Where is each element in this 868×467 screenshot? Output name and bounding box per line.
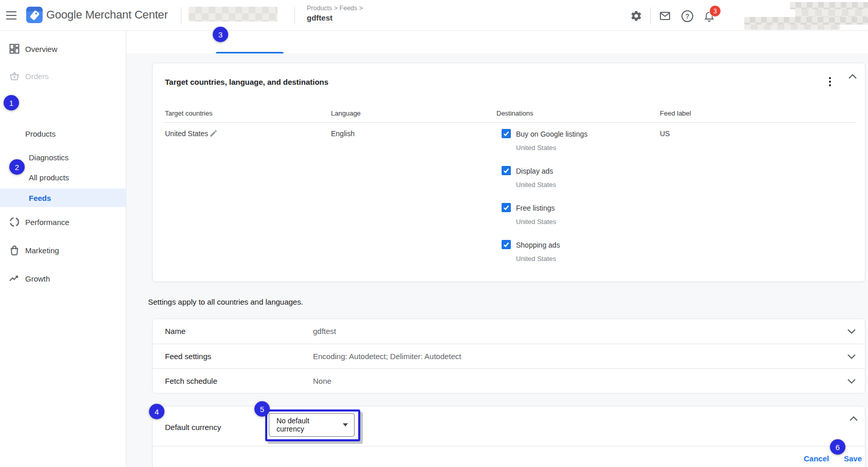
annotation-step-2: 2	[9, 159, 25, 175]
annotation-highlight-box: No default currency	[265, 409, 360, 441]
row-value: Encoding: Autodetect; Delimiter: Autodet…	[313, 352, 461, 361]
sidebar-item-label: Diagnostics	[29, 153, 69, 162]
sidebar-item-growth[interactable]: Growth	[0, 269, 122, 288]
help-glyph: ?	[681, 10, 693, 22]
header: Google Merchant Center Products > Feeds …	[0, 0, 868, 30]
chevron-down-icon[interactable]	[846, 328, 857, 334]
more-options-kebab-icon[interactable]	[825, 76, 835, 88]
destination-country: United States	[516, 218, 556, 226]
destination-country: United States	[516, 255, 556, 263]
notification-count-badge: 3	[709, 5, 721, 17]
header-divider-3	[650, 7, 651, 24]
help-icon[interactable]: ?	[681, 10, 693, 22]
column-header-language: Language	[331, 109, 361, 117]
language-value: English	[331, 129, 355, 138]
dropdown-caret-icon	[343, 423, 348, 426]
settings-gear-icon[interactable]	[630, 10, 642, 22]
accordion-row-feed-settings[interactable]: Feed settings Encoding: Autodetect; Deli…	[153, 344, 865, 369]
products-icon	[8, 127, 21, 140]
dashboard-icon	[8, 43, 21, 55]
card-action-divider	[153, 446, 865, 446]
user-info-redacted	[790, 2, 868, 9]
checkbox-shopping-ads[interactable]	[502, 240, 511, 249]
sidebar-item-label: Feeds	[29, 194, 51, 202]
header-divider	[181, 7, 181, 24]
sidebar-item-label: Products	[25, 129, 56, 138]
sidebar-item-label: All products	[29, 173, 69, 182]
card-title: Target countries, language, and destinat…	[165, 78, 328, 86]
user-info-redacted	[795, 9, 868, 17]
breadcrumb: Products > Feeds > gdftest	[307, 5, 363, 22]
header-divider-2	[294, 7, 295, 24]
trending-up-icon	[8, 272, 21, 285]
performance-icon	[8, 216, 21, 228]
chevron-down-icon[interactable]	[846, 378, 857, 384]
annotation-step-3: 3	[213, 27, 228, 42]
sidebar-item-products[interactable]: Products	[0, 124, 122, 143]
sidebar: Overview Orders Products Diagnostics All…	[0, 31, 126, 467]
sidebar-item-label: Orders	[25, 72, 49, 81]
basket-icon	[8, 70, 21, 82]
row-label: Fetch schedule	[165, 377, 217, 385]
breadcrumb-current: gdftest	[307, 13, 363, 22]
sidebar-item-orders[interactable]: Orders	[0, 67, 122, 85]
column-header-feed-label: Feed label	[660, 109, 691, 117]
default-currency-dropdown[interactable]: No default currency	[269, 413, 355, 437]
destination-label: Free listings	[516, 204, 555, 212]
row-value: None	[313, 377, 331, 385]
shopping-bag-icon	[8, 244, 21, 256]
column-header-destinations: Destinations	[496, 109, 533, 117]
merchant-center-logo-icon[interactable]	[26, 6, 43, 24]
destination-country: United States	[516, 144, 556, 152]
menu-icon[interactable]	[6, 11, 17, 20]
annotation-step-6: 6	[830, 439, 845, 455]
account-name-redacted	[189, 7, 278, 22]
sidebar-item-label: Growth	[25, 274, 50, 283]
sidebar-item-label: Performance	[25, 218, 69, 227]
row-label: Feed settings	[165, 352, 211, 361]
annotation-step-1: 1	[4, 95, 19, 110]
annotation-step-4: 4	[149, 404, 164, 419]
collapse-chevron-up-icon[interactable]	[847, 73, 858, 80]
sidebar-item-label: Overview	[25, 45, 58, 53]
app-title: Google Merchant Center	[46, 8, 168, 22]
checkbox-buy-on-google[interactable]	[502, 129, 511, 138]
annotation-step-5: 5	[254, 401, 270, 417]
destination-label: Buy on Google listings	[516, 130, 587, 138]
edit-pencil-icon[interactable]	[209, 129, 218, 138]
feed-settings-accordion: Name gdftest Feed settings Encoding: Aut…	[152, 319, 865, 394]
merchant-center-app: Google Merchant Center Products > Feeds …	[0, 0, 868, 467]
default-currency-label: Default currency	[165, 423, 221, 432]
feed-label-value: US	[660, 129, 670, 138]
feed-tab-bar: Processing Settings Feed rules	[126, 31, 868, 53]
sidebar-item-label: Marketing	[25, 246, 59, 255]
user-info-redacted	[744, 17, 868, 25]
destinations-card: Target countries, language, and destinat…	[152, 63, 865, 282]
mail-icon[interactable]	[659, 10, 671, 22]
sidebar-item-marketing[interactable]: Marketing	[0, 241, 122, 259]
sidebar-item-performance[interactable]: Performance	[0, 213, 122, 231]
accordion-row-fetch-schedule[interactable]: Fetch schedule None	[153, 368, 865, 394]
user-info-redacted	[744, 25, 840, 30]
cancel-button[interactable]: Cancel	[804, 454, 829, 463]
checkbox-free-listings[interactable]	[502, 203, 511, 212]
destination-label: Display ads	[516, 167, 553, 175]
chevron-down-icon[interactable]	[846, 353, 857, 360]
row-value: gdftest	[313, 327, 336, 335]
dropdown-selected-value: No default currency	[276, 417, 337, 433]
destination-country: United States	[516, 181, 556, 189]
checkbox-display-ads[interactable]	[502, 166, 511, 175]
column-header-target-countries: Target countries	[165, 109, 213, 117]
table-header-border	[163, 122, 856, 123]
sidebar-item-overview[interactable]: Overview	[0, 40, 122, 58]
target-country-value: United States	[165, 129, 208, 138]
save-button[interactable]: Save	[844, 454, 862, 463]
collapse-chevron-up-icon[interactable]	[848, 416, 859, 422]
breadcrumb-trail[interactable]: Products > Feeds >	[307, 5, 363, 12]
accordion-row-name[interactable]: Name gdftest	[153, 319, 865, 344]
destination-label: Shopping ads	[516, 241, 560, 249]
row-label: Name	[165, 327, 186, 335]
settings-note: Settings apply to all countries and lang…	[148, 297, 303, 306]
